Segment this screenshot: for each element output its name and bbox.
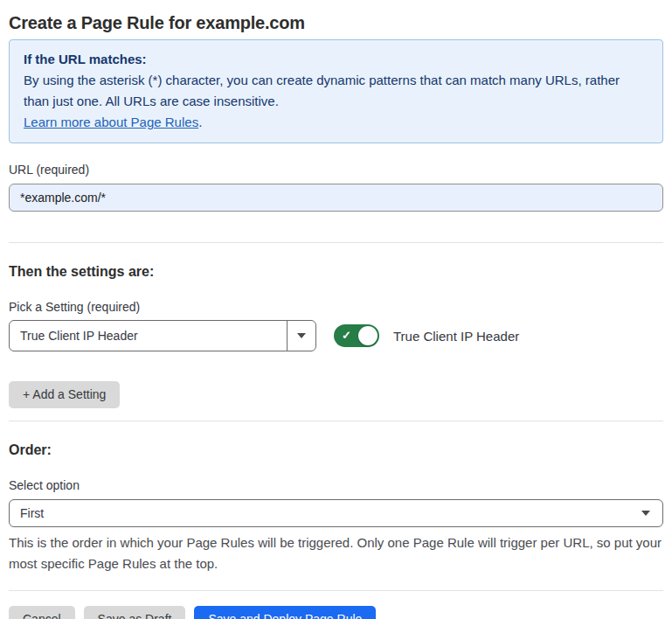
info-box-body: By using the asterisk (*) character, you… bbox=[24, 70, 648, 112]
order-section-heading: Order: bbox=[9, 442, 663, 459]
toggle-label: True Client IP Header bbox=[393, 329, 519, 344]
divider bbox=[9, 242, 663, 243]
url-field-label: URL (required) bbox=[9, 163, 663, 177]
page-title: Create a Page Rule for example.com bbox=[9, 10, 663, 35]
create-page-rule-form: Create a Page Rule for example.com If th… bbox=[0, 0, 672, 619]
setting-row: True Client IP Header ✓ True Client IP H… bbox=[9, 320, 663, 351]
true-client-ip-toggle[interactable]: ✓ bbox=[334, 324, 379, 347]
save-as-draft-button[interactable]: Save as Draft bbox=[84, 606, 186, 619]
save-and-deploy-button[interactable]: Save and Deploy Page Rule bbox=[194, 606, 376, 619]
divider bbox=[9, 590, 663, 591]
toggle-knob bbox=[358, 326, 378, 345]
link-suffix: . bbox=[198, 115, 202, 129]
cancel-button[interactable]: Cancel bbox=[9, 606, 75, 619]
setting-select-arrow-button[interactable] bbox=[287, 321, 315, 351]
url-match-info-box: If the URL matches: By using the asteris… bbox=[9, 39, 663, 143]
info-box-link-line: Learn more about Page Rules. bbox=[24, 112, 648, 133]
url-input[interactable] bbox=[9, 184, 663, 212]
order-select-label: Select option bbox=[9, 478, 663, 492]
settings-section-heading: Then the settings are: bbox=[9, 263, 663, 281]
setting-select-value: True Client IP Header bbox=[10, 321, 287, 351]
order-help-text: This is the order in which your Page Rul… bbox=[9, 532, 663, 574]
setting-select[interactable]: True Client IP Header bbox=[9, 320, 316, 351]
footer-actions: Cancel Save as Draft Save and Deploy Pag… bbox=[9, 606, 663, 619]
order-select[interactable]: First bbox=[9, 499, 663, 527]
chevron-down-icon bbox=[297, 333, 306, 338]
toggle-wrap: ✓ True Client IP Header bbox=[334, 324, 519, 347]
learn-more-link[interactable]: Learn more about Page Rules bbox=[24, 115, 198, 129]
divider bbox=[9, 421, 663, 421]
info-box-heading: If the URL matches: bbox=[24, 49, 648, 70]
chevron-down-icon bbox=[641, 511, 650, 516]
add-setting-button[interactable]: + Add a Setting bbox=[9, 381, 120, 408]
order-select-value: First bbox=[20, 506, 641, 520]
pick-setting-label: Pick a Setting (required) bbox=[9, 300, 663, 314]
check-icon: ✓ bbox=[342, 330, 351, 341]
